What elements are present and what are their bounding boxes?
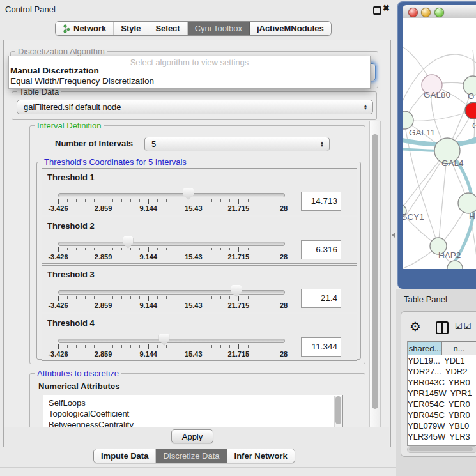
network-canvas[interactable]: GAL80 G G GAL11 GAL4 GCY1 H HAP2 <box>403 18 476 269</box>
node-label-partial: G <box>468 91 475 101</box>
tab-infer-network[interactable]: Infer Network <box>227 449 295 463</box>
float-panel-icon[interactable] <box>373 6 381 15</box>
node-label-partial: G <box>472 121 476 130</box>
algorithm-group-label: Discretization Algorithm <box>15 47 107 56</box>
close-icon[interactable]: ✖ <box>383 3 390 13</box>
threshold-slider[interactable]: -3.426 2.859 9.144 15.43 21.715 28 <box>58 217 284 263</box>
table-data-value: galFiltered.sif default node <box>24 102 121 112</box>
threshold-coordinates-group: Threshold's Coordinates for 5 Intervals … <box>36 162 361 360</box>
threshold-row: Threshold 2 -3.426 2.859 9.144 15.43 21.… <box>42 217 357 264</box>
tab-discretize-data[interactable]: Discretize Data <box>156 449 227 463</box>
node-label-gal11: GAL11 <box>409 128 435 137</box>
threshold-row: Threshold 4 -3.426 2.859 9.144 15.43 21.… <box>42 314 357 361</box>
number-of-intervals-combobox[interactable]: 5 ▲▼ <box>144 137 330 151</box>
network-graph: GAL80 G G GAL11 GAL4 GCY1 H HAP2 <box>403 18 476 269</box>
panel-scrollbar[interactable] <box>369 121 381 427</box>
list-item[interactable]: SelfLoops <box>43 397 342 408</box>
attributes-group-label: Attributes to discretize <box>35 369 121 378</box>
network-window-titlebar[interactable] <box>403 5 476 19</box>
tab-style[interactable]: Style <box>114 22 148 35</box>
slider-scale: -3.426 2.859 9.144 15.43 21.715 28 <box>58 253 284 262</box>
checkbox-icons[interactable]: ☑☑ <box>455 321 472 331</box>
panel-resize-handle[interactable] <box>392 233 395 238</box>
tab-jactivemnodules-label: jActiveMNodules <box>257 24 324 33</box>
table-row[interactable]: YBR045CYBR0 <box>408 410 476 420</box>
tab-impute-data[interactable]: Impute Data <box>94 449 156 463</box>
node-label-partial: H <box>469 211 475 221</box>
slider-scale: -3.426 2.859 9.144 15.43 21.715 28 <box>58 350 284 359</box>
window-zoom-icon[interactable] <box>434 8 444 17</box>
slider-track[interactable] <box>58 242 285 246</box>
node-gal11[interactable] <box>403 111 413 129</box>
numerical-attributes-label: Numerical Attributes <box>38 381 119 391</box>
node-label-gal4: GAL4 <box>441 158 464 168</box>
table-row[interactable]: YLR345WYLR3 <box>408 431 476 442</box>
gear-icon[interactable]: ⚙ <box>410 319 421 334</box>
threshold-value-field[interactable]: 14.713 <box>301 192 341 211</box>
node-label-gal80: GAL80 <box>424 90 450 100</box>
tab-impute-data-label: Impute Data <box>101 451 148 461</box>
control-panel-title: Control Panel <box>5 4 56 14</box>
number-of-intervals-value: 5 <box>151 139 156 149</box>
threshold-value-field[interactable]: 11.344 <box>301 337 341 357</box>
column-layout-icon[interactable] <box>436 321 449 334</box>
threshold-slider[interactable]: -3.426 2.859 9.144 15.43 21.715 28 <box>58 314 284 360</box>
table-row[interactable]: YBR043CYBR0 <box>408 377 476 388</box>
slider-ticks <box>58 199 284 204</box>
table-row[interactable]: YDL19...YDL1 <box>408 355 476 366</box>
table-panel-title: Table Panel <box>404 295 447 304</box>
algorithm-dropdown-popup: Select algorithm to view settings Manual… <box>8 56 371 89</box>
table-data-combobox[interactable]: galFiltered.sif default node ▲▼ <box>17 100 373 114</box>
app-root: Control Panel ✖ Network Style Select Cyn… <box>0 0 476 476</box>
slider-ticks <box>58 344 284 350</box>
node-attribute-table[interactable]: shared... n... YDL19...YDL1 YDR27...YDR2… <box>407 341 476 446</box>
threshold-value-field[interactable]: 6.316 <box>301 240 341 259</box>
threshold-slider[interactable]: -3.426 2.859 9.144 15.43 21.715 28 <box>58 266 284 312</box>
network-icon <box>63 24 70 33</box>
interval-definition-group: Interval Definition Number of Intervals … <box>29 125 365 364</box>
tab-infer-network-label: Infer Network <box>234 451 288 461</box>
table-horizontal-scrollbar[interactable] <box>407 446 476 453</box>
threshold-coordinates-label: Threshold's Coordinates for 5 Intervals <box>42 157 189 167</box>
tab-network[interactable]: Network <box>56 22 114 35</box>
column-header-name[interactable]: n... <box>442 341 476 355</box>
tab-jactivemnodules[interactable]: jActiveMNodules <box>250 22 331 35</box>
node-label-gcy1: GCY1 <box>403 212 424 222</box>
bottom-divider <box>0 467 396 468</box>
slider-track[interactable] <box>58 339 285 343</box>
window-close-icon[interactable] <box>408 8 418 17</box>
table-row[interactable]: YPR145WYPR1 <box>408 388 476 399</box>
combo-spinner-icon: ▲▼ <box>364 104 367 111</box>
slider-track[interactable] <box>58 193 285 197</box>
number-of-intervals-label: Number of Intervals <box>55 139 133 148</box>
threshold-slider[interactable]: -3.426 2.859 9.144 15.43 21.715 28 <box>58 169 284 215</box>
apply-button[interactable]: Apply <box>171 429 213 443</box>
tab-discretize-data-label: Discretize Data <box>163 451 219 461</box>
slider-ticks <box>58 296 284 302</box>
list-scrollbar[interactable] <box>334 396 342 431</box>
table-row[interactable]: YER054CYER0 <box>408 399 476 410</box>
table-header-row: shared... n... <box>408 341 476 355</box>
bottom-tabbar: Impute Data Discretize Data Infer Networ… <box>93 449 295 463</box>
popup-option-manual-discretization[interactable]: Manual Discretization <box>10 66 99 75</box>
threshold-row: Threshold 1 -3.426 2.859 9.144 15.43 21.… <box>42 168 357 215</box>
tab-select-label: Select <box>155 24 180 33</box>
tab-select[interactable]: Select <box>148 22 187 35</box>
tab-cyni-toolbox-label: Cyni Toolbox <box>195 24 242 33</box>
tab-cyni-toolbox[interactable]: Cyni Toolbox <box>188 22 250 35</box>
panel-scrollbar-thumb[interactable] <box>372 134 378 409</box>
slider-ticks <box>58 247 284 253</box>
column-header-shared[interactable]: shared... <box>408 341 442 355</box>
control-panel-tabbar: Network Style Select Cyni Toolbox jActiv… <box>55 21 332 36</box>
window-minimize-icon[interactable] <box>421 8 431 17</box>
table-scrollbar-thumb[interactable] <box>409 447 473 451</box>
slider-scale: -3.426 2.859 9.144 15.43 21.715 28 <box>58 204 284 213</box>
node-h[interactable] <box>458 193 476 213</box>
popup-option-equal-width-frequency[interactable]: Equal Width/Frequency Discretization <box>10 76 154 86</box>
list-item[interactable]: TopologicalCoefficient <box>43 408 342 419</box>
threshold-value-field[interactable]: 21.4 <box>301 289 341 308</box>
tab-style-label: Style <box>121 24 141 33</box>
table-row[interactable]: YBL079WYBL0 <box>408 420 476 431</box>
slider-track[interactable] <box>58 290 285 295</box>
table-row[interactable]: YDR27...YDR2 <box>408 366 476 377</box>
